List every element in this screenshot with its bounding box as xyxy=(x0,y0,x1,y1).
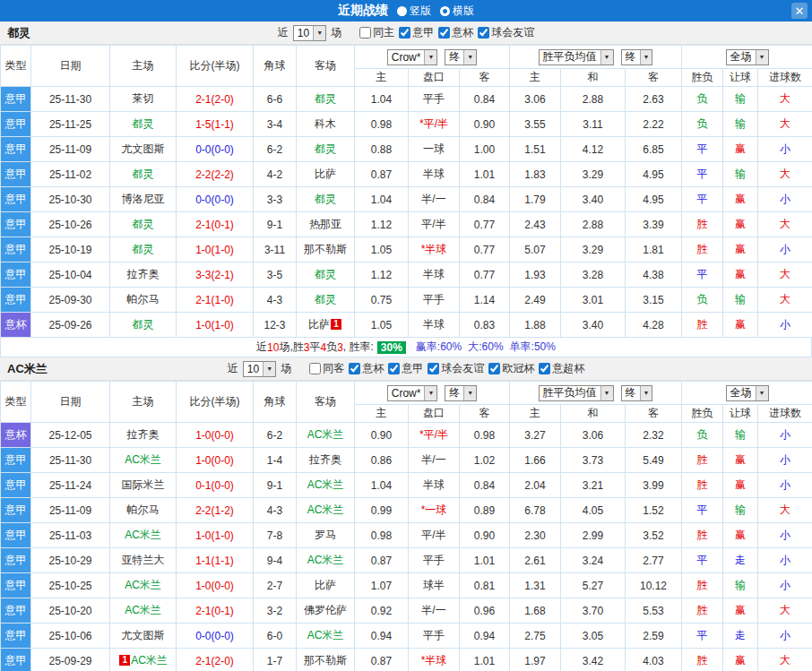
handicap-result-cell: 输 xyxy=(723,498,758,523)
home-team-cell: 拉齐奥 xyxy=(110,262,177,288)
team-name: AC米兰 xyxy=(125,579,161,591)
avg-draw-cell: 3.24 xyxy=(561,548,626,573)
avg-away-cell: 10.12 xyxy=(626,573,682,598)
col-header-corners: 角球 xyxy=(254,46,297,87)
league-type-cell: 意甲 xyxy=(1,649,31,671)
scope-select-wrap: 全场▼ xyxy=(682,49,812,65)
league-checkbox-1[interactable] xyxy=(438,27,450,39)
result-cell: 平 xyxy=(682,162,723,187)
league-type-cell: 意杯 xyxy=(1,313,31,338)
home-odds-cell: 1.12 xyxy=(355,212,409,237)
avg-home-cell: 1.79 xyxy=(510,187,561,212)
summary-part: 平 xyxy=(309,340,320,355)
avg-final-select[interactable]: 终▼ xyxy=(621,385,653,401)
odds-source-select-value: Crow* xyxy=(392,51,421,64)
radio-label: 横版 xyxy=(453,4,474,19)
league-type-cell: 意甲 xyxy=(1,523,31,548)
home-odds-cell: 1.05 xyxy=(355,237,409,262)
corners-cell: 4-3 xyxy=(254,288,297,313)
avg-home-cell: 5.07 xyxy=(510,237,561,262)
avg-select[interactable]: 胜平负均值▼ xyxy=(539,49,614,65)
league-checkbox-4-label: 意超杯 xyxy=(552,361,584,376)
team-name: AC米兰 xyxy=(307,428,344,441)
home-odds-cell: 0.88 xyxy=(355,137,409,162)
page-title: 近期战绩 xyxy=(338,3,388,19)
summary-part: 3 xyxy=(304,341,310,354)
league-checkbox-1[interactable] xyxy=(388,363,400,374)
sub-header-8: 进球数 xyxy=(758,405,812,423)
summary-part: 10 xyxy=(267,341,279,354)
odds-source-select[interactable]: Crow*▼ xyxy=(387,385,438,401)
avg-draw-cell: 4.05 xyxy=(561,498,626,523)
goals-cell: 大 xyxy=(758,87,812,112)
league-checkbox-2[interactable] xyxy=(478,27,489,39)
result-cell: 负 xyxy=(682,288,723,313)
avg-final-select[interactable]: 终▼ xyxy=(621,49,653,65)
home-odds-cell: 0.98 xyxy=(355,523,409,548)
sub-header-0: 主 xyxy=(355,405,409,423)
score-cell: 0-1(0-0) xyxy=(177,473,254,498)
league-checkbox-2-label: 球会友谊 xyxy=(441,361,484,376)
match-row: 意甲25-10-20AC米兰2-1(0-1)3-2佛罗伦萨0.92半/一0.96… xyxy=(1,598,812,624)
corners-cell: 2-7 xyxy=(254,573,297,598)
team-name: 帕尔马 xyxy=(127,503,160,516)
result-cell: 胜 xyxy=(682,598,723,624)
team-section-header: 都灵 近10▼场同主意甲意杯球会友谊 xyxy=(0,22,812,45)
handicap-result-cell: 赢 xyxy=(723,262,758,288)
odds-final-select[interactable]: 终▼ xyxy=(445,49,477,65)
avg-home-cell: 1.51 xyxy=(510,137,561,162)
home-odds-cell: 1.05 xyxy=(355,313,409,338)
close-button[interactable]: ✕ xyxy=(791,3,808,19)
result-cell: 负 xyxy=(682,423,723,448)
home-odds-cell: 0.87 xyxy=(355,162,409,187)
dropdown-arrow-icon: ▼ xyxy=(424,50,436,65)
league-checkbox-2-label: 球会友谊 xyxy=(491,25,534,40)
avg-draw-cell: 3.11 xyxy=(561,112,626,137)
match-count-select[interactable]: 10▼ xyxy=(293,25,326,41)
avg-away-cell: 4.95 xyxy=(626,162,682,187)
odds-final-select[interactable]: 终▼ xyxy=(445,385,477,401)
avg-away-cell: 3.52 xyxy=(626,523,682,548)
avg-away-cell: 4.95 xyxy=(626,187,682,212)
radio-label: 竖版 xyxy=(410,4,431,19)
league-checkbox-0[interactable] xyxy=(349,363,360,374)
team-name-title: 都灵 xyxy=(7,25,30,41)
handicap-cell: 半球 xyxy=(409,313,460,338)
same-venue-checkbox[interactable] xyxy=(359,27,371,39)
handicap-cell: 半球 xyxy=(409,162,460,187)
avg-select-wrap: 胜平负均值▼终▼ xyxy=(510,49,681,65)
league-type-cell: 意甲 xyxy=(1,548,31,573)
handicap-result-cell: 赢 xyxy=(723,473,758,498)
league-checkbox-3[interactable] xyxy=(488,363,500,374)
result-cell: 胜 xyxy=(682,473,723,498)
avg-draw-cell: 2.99 xyxy=(561,523,626,548)
league-checkbox-0[interactable] xyxy=(399,27,410,39)
scope-select[interactable]: 全场▼ xyxy=(726,49,769,65)
match-row: 意甲25-11-02都灵2-2(2-2)4-2比萨0.87半球1.011.833… xyxy=(1,162,812,187)
match-count-select[interactable]: 10▼ xyxy=(243,361,276,377)
odds-source-select[interactable]: Crow*▼ xyxy=(387,49,438,65)
league-checkbox-2[interactable] xyxy=(428,363,439,374)
team-name: AC米兰 xyxy=(125,529,161,541)
same-venue-checkbox-label: 同客 xyxy=(323,361,344,376)
league-checkbox-4[interactable] xyxy=(539,363,550,374)
home-team-cell: 都灵 xyxy=(110,112,177,137)
team-name: 热那亚 xyxy=(309,218,341,230)
scope-select[interactable]: 全场▼ xyxy=(726,385,769,401)
avg-select[interactable]: 胜平负均值▼ xyxy=(539,385,614,401)
handicap-cell: 平/半 xyxy=(409,212,460,237)
layout-radio-0[interactable]: 竖版 xyxy=(397,4,431,19)
same-venue-checkbox[interactable] xyxy=(309,363,321,374)
avg-away-cell: 2.63 xyxy=(626,87,682,112)
avg-away-cell: 3.99 xyxy=(626,473,682,498)
radio-circle-icon xyxy=(440,6,450,16)
avg-draw-cell: 3.42 xyxy=(561,649,626,671)
handicap-cell: 平手 xyxy=(409,624,460,649)
header-row-top: 类型日期主场比分(半场)角球客场Crow*▼终▼胜平负均值▼终▼全场▼ xyxy=(1,46,812,69)
corners-cell: 12-3 xyxy=(254,313,297,338)
date-cell: 25-11-09 xyxy=(31,137,110,162)
handicap-cell: 平/半 xyxy=(409,523,460,548)
layout-radio-1[interactable]: 横版 xyxy=(440,4,474,19)
handicap-result-cell: 输 xyxy=(723,162,758,187)
away-team-cell: 都灵 xyxy=(297,262,355,288)
